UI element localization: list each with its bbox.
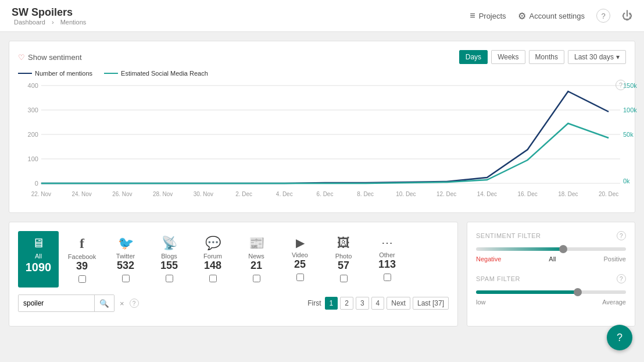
chart-help-icon[interactable]: ?: [616, 80, 626, 90]
last30-button[interactable]: Last 30 days ▾: [568, 50, 626, 64]
page-1-button[interactable]: 1: [325, 297, 338, 310]
search-clear-button[interactable]: ×: [120, 299, 124, 308]
filter-panel: SENTIMENT FILTER ? Negative All Positive: [467, 222, 635, 326]
spam-help-icon[interactable]: ?: [617, 274, 626, 283]
source-item-blogs[interactable]: 📡 Blogs 155: [149, 231, 189, 288]
breadcrumb-home[interactable]: Dashboard: [14, 19, 45, 26]
show-sentiment-toggle[interactable]: ♡ Show sentiment: [18, 53, 82, 62]
blogs-count: 155: [160, 260, 178, 272]
svg-text:100k: 100k: [623, 107, 637, 113]
video-count: 25: [294, 258, 306, 271]
chart-top-row: ♡ Show sentiment Days Weeks Months Last …: [18, 50, 626, 64]
chevron-down-icon: ▾: [616, 53, 620, 61]
source-item-news[interactable]: 📰 News 21: [236, 231, 277, 288]
chart-svg: 400 300 200 100 0 150k 100k 50k 0k 22. N…: [18, 80, 626, 202]
svg-text:2. Dec: 2. Dec: [235, 191, 252, 197]
forum-icon: 💬: [205, 236, 221, 251]
svg-text:400: 400: [28, 82, 38, 89]
header-right: ≡ Projects ⚙ Account settings ? ⏻: [470, 9, 632, 23]
bottom-section: 🖥 All 1090 f Facebook 39 🐦 Twitter 532: [9, 222, 635, 326]
facebook-label: Facebook: [68, 253, 96, 260]
svg-text:12. Dec: 12. Dec: [437, 191, 456, 197]
photo-icon: 🖼: [337, 236, 350, 251]
twitter-count: 532: [117, 260, 134, 272]
forum-count: 148: [204, 260, 221, 272]
legend-reach: Estimated Social Media Reach: [104, 70, 208, 77]
search-input[interactable]: [19, 295, 94, 311]
search-box: 🔍: [18, 294, 115, 312]
page-2-button[interactable]: 2: [340, 297, 353, 310]
page-3-button[interactable]: 3: [356, 297, 369, 310]
twitter-checkbox[interactable]: [122, 275, 130, 282]
source-item-video[interactable]: ▶ Video 25: [280, 231, 320, 288]
news-checkbox[interactable]: [253, 275, 260, 282]
legend-mentions: Number of mentions: [18, 70, 92, 77]
photo-checkbox[interactable]: [340, 275, 348, 282]
svg-text:0: 0: [35, 180, 38, 187]
weeks-button[interactable]: Weeks: [491, 50, 525, 64]
spam-slider-track: [476, 290, 626, 294]
svg-text:4. Dec: 4. Dec: [276, 191, 293, 197]
source-item-twitter[interactable]: 🐦 Twitter 532: [105, 231, 146, 288]
sentiment-filter-label: SENTIMENT FILTER: [476, 232, 541, 239]
page-4-button[interactable]: 4: [371, 297, 385, 310]
sentiment-slider-thumb[interactable]: [559, 245, 567, 253]
last-page-button[interactable]: Last [37]: [413, 297, 449, 310]
blogs-label: Blogs: [161, 253, 177, 260]
header-left: SW Spoilers Dashboard › Mentions: [12, 6, 88, 26]
search-button[interactable]: 🔍: [94, 295, 114, 311]
sentiment-slider-track: [476, 247, 626, 251]
source-item-all[interactable]: 🖥 All 1090: [18, 231, 59, 288]
help-icon: ?: [601, 12, 605, 20]
svg-text:14. Dec: 14. Dec: [477, 191, 497, 197]
breadcrumb-current: Mentions: [60, 19, 87, 26]
help-nav[interactable]: ?: [596, 9, 610, 23]
projects-nav[interactable]: ≡ Projects: [470, 10, 506, 21]
other-icon: ⋯: [381, 236, 393, 250]
chart-wrapper: ? 400 300 200 100 0 150k 100k 50k 0k: [18, 80, 626, 204]
svg-text:28. Nov: 28. Nov: [153, 191, 173, 197]
source-item-photo[interactable]: 🖼 Photo 57: [323, 231, 364, 288]
next-page-button[interactable]: Next: [387, 297, 410, 310]
search-area: 🔍 × ?: [18, 294, 139, 312]
source-item-facebook[interactable]: f Facebook 39: [62, 231, 102, 288]
days-button[interactable]: Days: [459, 50, 488, 64]
account-settings-nav[interactable]: ⚙ Account settings: [518, 10, 585, 22]
svg-text:50k: 50k: [623, 131, 634, 138]
months-button[interactable]: Months: [529, 50, 564, 64]
sentiment-filter-section: SENTIMENT FILTER ? Negative All Positive: [476, 231, 626, 262]
svg-text:30. Nov: 30. Nov: [194, 191, 213, 197]
svg-text:300: 300: [28, 107, 38, 113]
svg-text:100: 100: [28, 155, 38, 162]
legend-teal-line: [104, 73, 118, 74]
power-nav[interactable]: ⏻: [622, 10, 632, 22]
main-content: ♡ Show sentiment Days Weeks Months Last …: [0, 32, 644, 335]
chat-icon: ?: [617, 332, 622, 336]
sentiment-slider-container: [476, 247, 626, 251]
first-page-link[interactable]: First: [307, 299, 321, 307]
svg-text:0k: 0k: [623, 178, 630, 184]
svg-text:20. Dec: 20. Dec: [599, 191, 618, 197]
forum-checkbox[interactable]: [209, 275, 217, 282]
source-item-other[interactable]: ⋯ Other 113: [367, 231, 407, 288]
power-icon: ⏻: [622, 10, 632, 22]
sentiment-help-icon[interactable]: ?: [617, 231, 626, 240]
source-item-forum[interactable]: 💬 Forum 148: [192, 231, 233, 288]
spam-slider-thumb[interactable]: [574, 288, 582, 296]
chart-legend: Number of mentions Estimated Social Medi…: [18, 70, 626, 77]
forum-label: Forum: [203, 253, 222, 260]
svg-text:26. Nov: 26. Nov: [112, 191, 132, 197]
facebook-checkbox[interactable]: [78, 275, 86, 283]
sentiment-positive-label: Positive: [603, 255, 626, 262]
video-checkbox[interactable]: [296, 274, 304, 281]
mentions-panel: 🖥 All 1090 f Facebook 39 🐦 Twitter 532: [9, 222, 458, 326]
other-checkbox[interactable]: [384, 274, 391, 281]
blogs-checkbox[interactable]: [166, 275, 173, 282]
spam-filter-section: SPAM FILTER ? low Average: [476, 274, 626, 306]
source-icons-row: 🖥 All 1090 f Facebook 39 🐦 Twitter 532: [18, 231, 449, 288]
video-label: Video: [292, 251, 308, 258]
spam-filter-title: SPAM FILTER ?: [476, 274, 626, 283]
breadcrumb: Dashboard › Mentions: [12, 19, 88, 26]
search-help-icon[interactable]: ?: [130, 299, 139, 308]
svg-text:24. Nov: 24. Nov: [71, 191, 91, 197]
